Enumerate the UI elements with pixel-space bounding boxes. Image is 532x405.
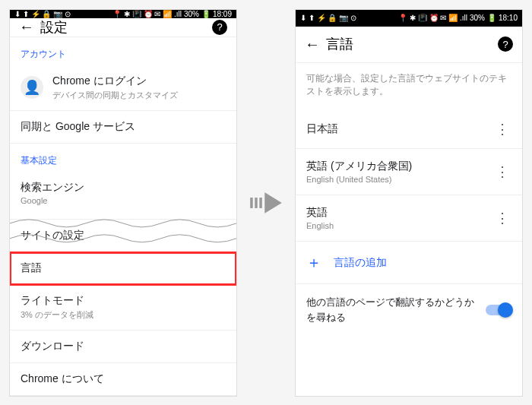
more-vert-icon[interactable]: ⋮ <box>492 121 511 138</box>
status-bar: ⬇ ⬆ ⚡ 🔒 📷 ⊙ 📍 ✱ 📳 ⏰ ✉ 📶 .ıll 30% 🔋 18:10 <box>296 10 522 27</box>
help-icon[interactable]: ? <box>498 36 513 52</box>
app-bar: ← 設定 ? <box>10 18 236 37</box>
more-vert-icon[interactable]: ⋮ <box>492 210 511 226</box>
lite-mode-row[interactable]: ライトモード 3% のデータを削減 <box>10 285 236 331</box>
page-title: 設定 <box>40 18 212 36</box>
plus-icon: ＋ <box>306 252 321 273</box>
signin-row[interactable]: 👤 Chrome にログイン デバイス間の同期とカスタマイズ <box>10 65 236 111</box>
language-item-ja[interactable]: 日本語 ⋮ <box>296 110 522 149</box>
translate-switch[interactable] <box>486 305 511 315</box>
language-item-en[interactable]: 英語 English ⋮ <box>296 195 522 242</box>
back-arrow-icon[interactable]: ← <box>19 18 40 36</box>
add-language-row[interactable]: ＋ 言語の追加 <box>296 242 522 284</box>
transition-arrow-icon <box>246 183 286 223</box>
status-bar: ⬇ ⬆ ⚡ 🔒 📷 ⊙ 📍 ✱ 📳 ⏰ ✉ 📶 .ıll 30% 🔋 18:09 <box>10 10 236 18</box>
section-account: アカウント <box>10 37 236 65</box>
svg-marker-3 <box>264 192 282 214</box>
svg-rect-0 <box>250 198 252 208</box>
page-title: 言語 <box>326 35 498 53</box>
svg-rect-2 <box>259 198 261 208</box>
page-tear-decoration <box>10 214 236 220</box>
downloads-row[interactable]: ダウンロード <box>10 331 236 363</box>
status-battery: 30% <box>184 10 199 18</box>
back-arrow-icon[interactable]: ← <box>305 36 326 53</box>
app-bar: ← 言語 ? <box>296 27 522 63</box>
language-item-en-us[interactable]: 英語 (アメリカ合衆国) English (United States) ⋮ <box>296 149 522 195</box>
section-basic: 基本設定 <box>10 144 236 172</box>
about-row[interactable]: Chrome について <box>10 363 236 396</box>
language-row[interactable]: 言語 <box>10 252 236 285</box>
status-time: 18:09 <box>213 10 232 18</box>
sync-row[interactable]: 同期と Google サービス <box>10 111 236 144</box>
avatar-icon: 👤 <box>21 76 43 99</box>
settings-screen: ⬇ ⬆ ⚡ 🔒 📷 ⊙ 📍 ✱ 📳 ⏰ ✉ 📶 .ıll 30% 🔋 18:09… <box>9 9 237 397</box>
language-screen: ⬇ ⬆ ⚡ 🔒 📷 ⊙ 📍 ✱ 📳 ⏰ ✉ 📶 .ıll 30% 🔋 18:10… <box>295 9 523 397</box>
search-engine-row[interactable]: 検索エンジン Google <box>10 172 236 214</box>
status-right-icons: 📍 ✱ 📳 ⏰ ✉ 📶 .ıll <box>398 14 467 22</box>
status-left-icons: ⬇ ⬆ ⚡ 🔒 📷 ⊙ <box>300 14 356 22</box>
svg-rect-1 <box>255 198 257 208</box>
more-vert-icon[interactable]: ⋮ <box>492 163 511 180</box>
status-right-icons: 📍 ✱ 📳 ⏰ ✉ 📶 .ıll <box>112 10 182 18</box>
help-icon[interactable]: ? <box>212 20 227 35</box>
signin-title: Chrome にログイン <box>52 74 226 88</box>
language-description: 可能な場合、設定した言語でウェブサイトのテキストを表示します。 <box>296 63 522 111</box>
status-battery: 30% <box>470 14 485 22</box>
translate-toggle-row[interactable]: 他の言語のページで翻訳するかどうかを尋ねる <box>296 284 522 335</box>
signin-sub: デバイス間の同期とカスタマイズ <box>52 90 226 101</box>
status-time: 18:10 <box>499 14 518 22</box>
status-left-icons: ⬇ ⬆ ⚡ 🔒 📷 ⊙ <box>14 10 71 18</box>
